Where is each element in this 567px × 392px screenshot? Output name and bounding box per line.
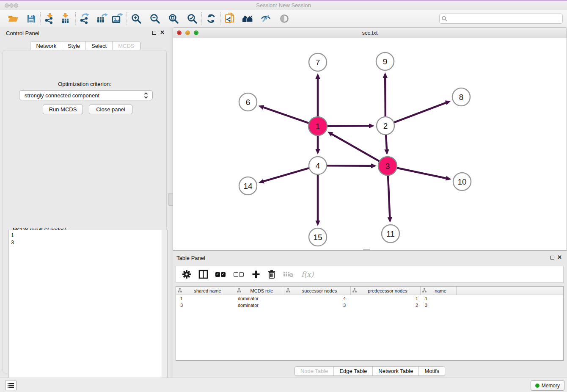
column-header-predecessor-nodes[interactable]: predecessor nodes: [351, 287, 421, 295]
table-cell[interactable]: 3: [421, 303, 457, 308]
memory-label: Memory: [542, 383, 560, 389]
main-toolbar: [0, 10, 567, 28]
add-column-icon[interactable]: [252, 270, 260, 279]
edge-1-to-6[interactable]: [264, 108, 309, 123]
column-header-shared-name[interactable]: shared name: [176, 287, 235, 295]
edge-3-to-11[interactable]: [388, 175, 390, 217]
table-cell[interactable]: 1: [176, 296, 235, 301]
close-panel-icon[interactable]: ✕: [160, 30, 165, 36]
table-toolbar: f(x): [176, 266, 564, 283]
network-window-titlebar: × − + scc.txt: [173, 28, 567, 39]
save-session-icon[interactable]: [25, 12, 37, 25]
run-mcds-button[interactable]: Run MCDS: [43, 105, 83, 114]
home-icon[interactable]: [242, 12, 254, 25]
task-history-button[interactable]: [5, 381, 17, 390]
window-title: Session: New Session: [0, 2, 567, 8]
float-table-panel-icon[interactable]: [550, 256, 554, 259]
column-type-icon: [422, 288, 427, 293]
column-header-name[interactable]: name: [421, 287, 457, 295]
open-session-icon[interactable]: [7, 12, 19, 25]
application-window: Session: New Session: [0, 0, 567, 392]
export-image-icon[interactable]: [111, 12, 124, 25]
table-panel-header: Table Panel ✕: [173, 252, 567, 263]
network-window-title: scc.txt: [173, 30, 567, 36]
refresh-icon[interactable]: [205, 12, 217, 25]
workspace: Control Panel ✕ NetworkStyleSelectMCDS O…: [0, 27, 567, 378]
result-scrollbar[interactable]: [162, 230, 168, 392]
table-cell[interactable]: dominator: [235, 296, 284, 301]
table-settings-gear-icon[interactable]: [182, 270, 191, 279]
table-cell[interactable]: 3: [176, 303, 235, 308]
tab-select[interactable]: Select: [85, 41, 112, 50]
column-header-MCDS-role[interactable]: MCDS role: [235, 287, 284, 295]
table-cell[interactable]: dominator: [235, 303, 284, 308]
tab-edge-table[interactable]: Edge Table: [333, 367, 372, 375]
edge-4-to-14[interactable]: [264, 168, 308, 181]
zoom-out-icon[interactable]: [149, 12, 161, 25]
close-table-panel-icon[interactable]: ✕: [557, 254, 562, 260]
float-panel-icon[interactable]: [152, 31, 156, 35]
tab-mcds[interactable]: MCDS: [112, 41, 140, 50]
tab-motifs[interactable]: Motifs: [418, 367, 445, 375]
edge-1-to-2[interactable]: [327, 126, 369, 126]
control-panel-title: Control Panel: [6, 30, 39, 36]
edge-2-to-9[interactable]: [385, 78, 385, 116]
criterion-dropdown[interactable]: strongly connected component: [19, 90, 153, 100]
toolbar-separator: [220, 12, 221, 25]
result-line: 3: [11, 239, 162, 246]
table-cell[interactable]: 2: [351, 303, 421, 308]
graph-node-label: 4: [316, 161, 320, 170]
export-network-icon[interactable]: [79, 12, 91, 25]
tab-style[interactable]: Style: [62, 41, 85, 50]
zoom-fit-icon[interactable]: [167, 12, 180, 25]
close-panel-button[interactable]: Close panel: [89, 105, 132, 114]
graph-node-label: 2: [383, 121, 388, 130]
graph-node-label: 7: [316, 58, 320, 67]
import-table-icon[interactable]: [60, 12, 72, 25]
tab-network[interactable]: Network: [30, 41, 62, 50]
mcds-result-text[interactable]: 13: [8, 230, 162, 392]
import-network-icon[interactable]: [44, 12, 56, 25]
search-field[interactable]: [451, 15, 562, 22]
zoom-selected-icon[interactable]: [186, 12, 198, 25]
tab-network-table[interactable]: Network Table: [372, 367, 418, 375]
table-header-row: shared nameMCDS rolesuccessor nodesprede…: [176, 287, 563, 295]
deselect-all-icon[interactable]: [234, 272, 245, 277]
toolbar-separator: [40, 12, 41, 25]
table-cell[interactable]: 3: [284, 303, 351, 308]
table-row[interactable]: 1dominator411: [176, 295, 563, 302]
delete-column-trash-icon[interactable]: [267, 270, 276, 279]
network-canvas[interactable]: 7968124314101511: [173, 38, 567, 250]
node-table[interactable]: shared nameMCDS rolesuccessor nodesprede…: [176, 286, 564, 361]
zoom-in-icon[interactable]: [130, 12, 143, 25]
column-header-successor-nodes[interactable]: successor nodes: [284, 287, 351, 295]
clone-network-icon[interactable]: [224, 12, 237, 25]
select-all-icon[interactable]: [215, 272, 226, 277]
graph-node-label: 8: [459, 93, 464, 102]
mcds-result-box: MCDS result (2 nodes) 13: [8, 230, 168, 392]
column-type-icon: [237, 288, 241, 293]
tab-node-table[interactable]: Node Table: [295, 367, 334, 375]
export-table-icon[interactable]: [96, 12, 108, 25]
edge-3-to-1[interactable]: [332, 134, 380, 161]
criterion-value: strongly connected component: [25, 92, 99, 99]
show-eye-icon[interactable]: [278, 12, 291, 25]
table-cell[interactable]: 4: [284, 296, 351, 301]
chevron-up-down-icon: [143, 92, 149, 100]
delete-table-icon: [283, 271, 294, 278]
network-resize-grip[interactable]: [363, 249, 370, 250]
network-canvas-svg: 7968124314101511: [173, 38, 567, 250]
table-cell[interactable]: 1: [421, 296, 457, 301]
graph-node-label: 1: [316, 122, 320, 131]
edge-2-to-8[interactable]: [394, 103, 446, 122]
search-input[interactable]: [439, 14, 563, 24]
show-columns-icon[interactable]: [198, 270, 208, 279]
table-cell[interactable]: 1: [351, 296, 421, 301]
search-icon: [440, 12, 449, 25]
edge-4-to-3[interactable]: [327, 166, 371, 166]
edge-2-to-3[interactable]: [386, 135, 387, 149]
table-row[interactable]: 3dominator323: [176, 302, 563, 309]
hide-eye-icon[interactable]: [259, 12, 272, 25]
memory-button[interactable]: Memory: [531, 380, 564, 391]
edge-3-to-10[interactable]: [397, 168, 446, 178]
